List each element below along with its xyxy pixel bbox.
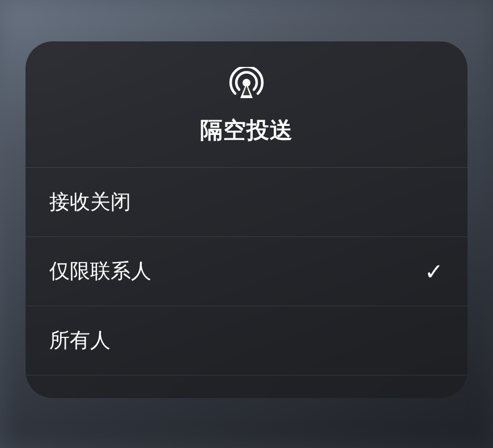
panel-footer bbox=[26, 375, 468, 398]
option-label: 接收关闭 bbox=[49, 188, 131, 216]
option-label: 仅限联系人 bbox=[49, 257, 151, 285]
option-everyone[interactable]: 所有人 bbox=[26, 306, 468, 375]
panel-header: 隔空投送 bbox=[26, 41, 468, 168]
option-contacts-only[interactable]: 仅限联系人 ✓ bbox=[26, 237, 468, 306]
panel-title: 隔空投送 bbox=[200, 115, 293, 146]
option-receiving-off[interactable]: 接收关闭 bbox=[26, 168, 468, 237]
airdrop-settings-panel: 隔空投送 接收关闭 仅限联系人 ✓ 所有人 bbox=[26, 41, 468, 398]
option-label: 所有人 bbox=[49, 327, 110, 354]
airdrop-icon bbox=[229, 67, 264, 102]
checkmark-icon: ✓ bbox=[424, 259, 444, 285]
